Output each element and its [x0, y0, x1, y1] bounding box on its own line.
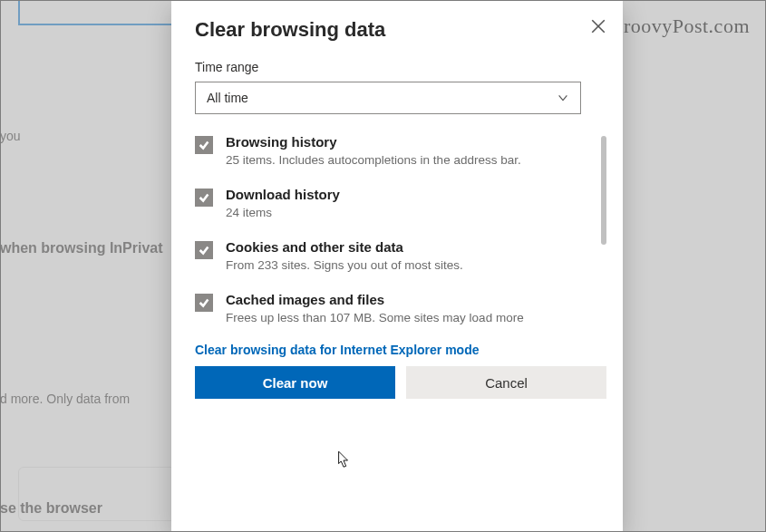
time-range-value: All time — [207, 91, 248, 105]
option-subtitle: 24 items — [226, 206, 340, 219]
cancel-button[interactable]: Cancel — [406, 366, 606, 399]
dialog-title: Clear browsing data — [195, 18, 385, 42]
option-download-history[interactable]: Download history 24 items — [195, 187, 605, 239]
time-range-select[interactable]: All time — [195, 82, 581, 114]
option-title: Cached images and files — [226, 292, 524, 307]
clear-browsing-data-dialog: Clear browsing data Time range All time … — [171, 0, 623, 532]
checkbox[interactable] — [195, 189, 213, 207]
clear-now-button[interactable]: Clear now — [195, 366, 395, 399]
close-icon[interactable] — [590, 18, 606, 34]
option-cache[interactable]: Cached images and files Frees up less th… — [195, 292, 605, 339]
watermark: groovyPost.com — [613, 15, 750, 38]
chevron-down-icon — [557, 92, 569, 104]
option-subtitle: From 233 sites. Signs you out of most si… — [226, 258, 463, 272]
option-cookies[interactable]: Cookies and other site data From 233 sit… — [195, 239, 605, 292]
options-list: Browsing history 25 items. Includes auto… — [195, 134, 605, 339]
option-title: Download history — [226, 187, 340, 202]
option-title: Cookies and other site data — [226, 239, 463, 255]
clear-ie-data-link[interactable]: Clear browsing data for Internet Explore… — [195, 343, 606, 357]
time-range-label: Time range — [195, 60, 606, 74]
checkbox[interactable] — [195, 294, 213, 312]
checkbox[interactable] — [195, 241, 213, 259]
option-browsing-history[interactable]: Browsing history 25 items. Includes auto… — [195, 134, 605, 187]
option-title: Browsing history — [226, 134, 521, 150]
checkbox[interactable] — [195, 136, 213, 154]
option-subtitle: Frees up less than 107 MB. Some sites ma… — [226, 311, 524, 324]
scrollbar[interactable] — [601, 136, 606, 245]
option-subtitle: 25 items. Includes autocompletions in th… — [226, 153, 521, 167]
